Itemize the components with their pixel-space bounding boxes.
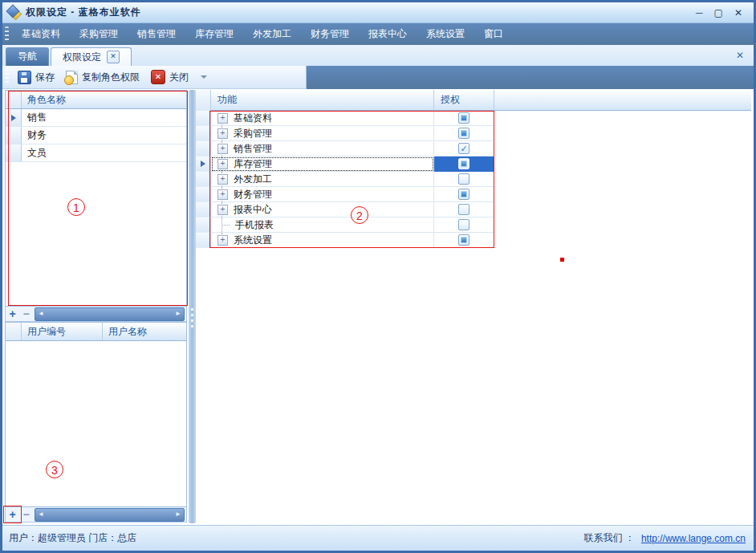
expand-icon[interactable]: +: [217, 144, 228, 154]
function-cell[interactable]: +基础资料: [211, 111, 434, 126]
expand-icon[interactable]: +: [217, 128, 228, 139]
scroll-right-icon[interactable]: ►: [175, 511, 181, 518]
row-indicator: [196, 233, 211, 248]
menu-bar: 基础资料 采购管理 销售管理 库存管理 外发加工 财务管理 报表中心 系统设置 …: [2, 23, 754, 45]
menu-sales[interactable]: 销售管理: [128, 23, 185, 45]
auth-cell[interactable]: [434, 141, 494, 157]
function-grid: 功能 授权 +基础资料 +采购管理 +销售管理 +库存管理 +外发加工: [196, 90, 751, 524]
panel-splitter[interactable]: [189, 90, 196, 523]
auth-cell-selected[interactable]: [434, 157, 494, 172]
auth-checkbox[interactable]: [458, 112, 469, 124]
function-column-header[interactable]: 功能: [211, 90, 434, 111]
role-grid-hscrollbar[interactable]: ◄ ►: [35, 307, 185, 321]
maximize-button[interactable]: ▢: [714, 8, 723, 18]
auth-cell[interactable]: [434, 218, 494, 233]
auth-checkbox[interactable]: [458, 143, 469, 154]
user-name-column-header[interactable]: 用户名称: [103, 323, 186, 340]
auth-checkbox[interactable]: [458, 173, 469, 185]
function-cell[interactable]: +采购管理: [211, 126, 434, 141]
close-tab-button[interactable]: ✕ 关闭: [145, 68, 194, 86]
auth-cell[interactable]: [434, 126, 494, 141]
role-name-cell[interactable]: 财务: [22, 127, 186, 144]
auth-checkbox[interactable]: [458, 158, 469, 169]
menu-window[interactable]: 窗口: [474, 23, 513, 45]
user-id-column-header[interactable]: 用户编号: [22, 323, 103, 340]
user-grid-hscrollbar[interactable]: ◄ ►: [35, 508, 185, 522]
add-user-button[interactable]: +: [6, 508, 19, 521]
website-link[interactable]: http://www.lange.com.cn: [641, 533, 746, 544]
copy-role-icon: [66, 71, 78, 84]
function-cell[interactable]: +报表中心: [211, 202, 434, 218]
tab-close-icon[interactable]: ✕: [107, 51, 120, 63]
tree-row-reports[interactable]: +报表中心: [196, 202, 751, 218]
row-indicator: [6, 127, 22, 144]
row-indicator: [196, 187, 211, 202]
role-name-cell[interactable]: 文员: [22, 144, 186, 161]
role-grid: 角色名称 销售 财务 文员: [5, 90, 187, 307]
menu-inventory[interactable]: 库存管理: [185, 23, 243, 45]
copy-role-permissions-button[interactable]: 复制角色权限: [60, 69, 145, 86]
save-button[interactable]: 保存: [12, 69, 60, 86]
tree-row-purchase[interactable]: +采购管理: [196, 126, 751, 141]
auth-cell[interactable]: [434, 172, 494, 187]
auth-column-header[interactable]: 授权: [434, 90, 494, 111]
role-name-cell[interactable]: 销售: [22, 109, 186, 126]
menu-finance[interactable]: 财务管理: [301, 23, 359, 45]
function-cell[interactable]: +销售管理: [211, 141, 434, 157]
auth-cell[interactable]: [434, 202, 494, 218]
role-row-finance[interactable]: 财务: [6, 127, 186, 144]
scroll-right-icon[interactable]: ►: [175, 311, 181, 317]
tree-row-system-settings[interactable]: +系统设置: [196, 233, 751, 248]
remove-role-button[interactable]: −: [19, 307, 33, 320]
menu-reports[interactable]: 报表中心: [359, 23, 417, 45]
expand-icon[interactable]: +: [217, 189, 228, 200]
toolbar-grip: [5, 69, 9, 85]
auth-cell[interactable]: [434, 187, 494, 202]
tab-navigation[interactable]: 导航: [6, 47, 49, 66]
minimize-button[interactable]: ─: [696, 8, 703, 18]
tree-row-finance[interactable]: +财务管理: [196, 187, 751, 202]
scroll-left-icon[interactable]: ◄: [38, 311, 44, 317]
function-cell[interactable]: +财务管理: [211, 187, 434, 202]
tree-row-sales[interactable]: +销售管理: [196, 141, 751, 157]
role-row-clerk[interactable]: 文员: [6, 144, 186, 162]
auth-checkbox[interactable]: [458, 234, 469, 246]
menu-basic-data[interactable]: 基础资料: [12, 23, 70, 45]
window-title: 权限设定 - 蓝格布业软件: [26, 6, 141, 19]
toolbar-dropdown-icon[interactable]: [201, 75, 207, 79]
save-button-label: 保存: [35, 71, 55, 84]
tree-row-mobile-reports[interactable]: 手机报表: [196, 218, 751, 233]
menu-settings[interactable]: 系统设置: [417, 23, 474, 45]
auth-cell[interactable]: [434, 233, 494, 248]
remove-user-button[interactable]: −: [19, 508, 33, 521]
user-grid: 用户编号 用户名称: [5, 322, 187, 507]
menu-outsourcing[interactable]: 外发加工: [243, 23, 301, 45]
auth-checkbox[interactable]: [458, 189, 469, 200]
close-button[interactable]: ✕: [734, 8, 742, 18]
function-cell[interactable]: +系统设置: [211, 233, 434, 248]
role-row-sales[interactable]: 销售: [6, 109, 186, 127]
expand-icon[interactable]: +: [217, 235, 228, 246]
function-cell[interactable]: 手机报表: [211, 218, 434, 233]
function-cell[interactable]: +外发加工: [211, 172, 434, 187]
tab-permission-settings[interactable]: 权限设定 ✕: [51, 47, 132, 66]
menu-purchase[interactable]: 采购管理: [70, 23, 128, 45]
add-role-button[interactable]: +: [6, 307, 19, 320]
scroll-left-icon[interactable]: ◄: [38, 511, 44, 518]
role-name-column-header[interactable]: 角色名称: [22, 93, 66, 107]
tree-row-outsourcing[interactable]: +外发加工: [196, 172, 751, 187]
auth-checkbox[interactable]: [458, 128, 469, 139]
expand-icon[interactable]: +: [217, 113, 228, 124]
function-label: 外发加工: [228, 173, 272, 186]
tree-row-basic-data[interactable]: +基础资料: [196, 111, 751, 126]
function-cell-focused[interactable]: +库存管理: [211, 157, 434, 172]
expand-icon[interactable]: +: [217, 205, 228, 215]
expand-icon[interactable]: +: [217, 174, 228, 185]
auth-cell[interactable]: [434, 111, 494, 126]
tree-row-inventory[interactable]: +库存管理: [196, 157, 751, 172]
current-row-arrow-icon: [201, 161, 205, 167]
auth-checkbox[interactable]: [458, 204, 469, 215]
auth-checkbox[interactable]: [458, 219, 469, 230]
tabstrip-close-icon[interactable]: ✕: [736, 50, 754, 61]
expand-icon[interactable]: +: [217, 159, 228, 169]
